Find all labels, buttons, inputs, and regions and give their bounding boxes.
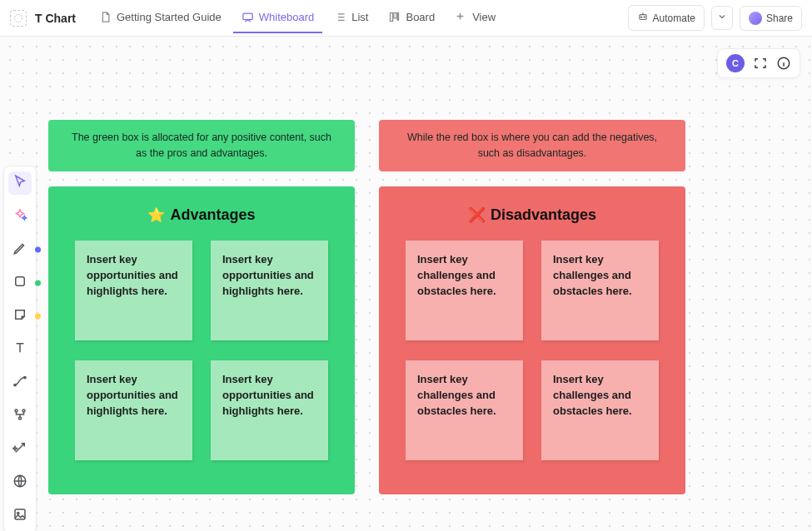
share-button[interactable]: Share (740, 6, 802, 31)
fit-icon[interactable] (753, 56, 768, 71)
svg-rect-16 (15, 509, 25, 519)
automate-dropdown[interactable] (711, 6, 733, 30)
whiteboard-icon (242, 11, 254, 23)
canvas-info-bar: C (717, 48, 800, 78)
text-tool[interactable] (8, 338, 32, 361)
svg-point-7 (644, 17, 645, 17)
image-icon (12, 507, 27, 525)
advantages-panel[interactable]: ⭐Advantages Insert key opportunities and… (48, 186, 355, 494)
tab-list[interactable]: List (326, 2, 376, 33)
stickynote-icon (12, 307, 27, 325)
sticky-note[interactable]: Insert key opportunities and highlights … (75, 360, 192, 460)
disadvantages-title: Disadvantages (491, 206, 596, 223)
ai-tool[interactable] (8, 205, 32, 228)
color-dot-blue[interactable] (35, 247, 41, 253)
svg-rect-3 (394, 13, 396, 18)
sticky-tool[interactable] (8, 305, 32, 328)
svg-point-13 (22, 409, 25, 412)
doc-icon (99, 11, 112, 23)
sticky-note[interactable]: Insert key opportunities and highlights … (75, 241, 192, 340)
topbar-left: T Chart Getting Started Guide Whiteboard… (10, 2, 625, 33)
connector-icon (12, 374, 27, 392)
svg-point-14 (19, 417, 22, 419)
shape-icon (12, 274, 27, 292)
green-description-text: The green box is allocated for any posit… (72, 132, 331, 159)
tab-add-view[interactable]: View (446, 2, 504, 33)
magic-icon (12, 440, 27, 459)
automate-button[interactable]: Automate (628, 5, 705, 31)
cursor-tool[interactable] (8, 171, 32, 195)
disadvantages-title-row: ❌Disadvantages (394, 206, 670, 224)
whiteboard-canvas[interactable]: C (0, 37, 812, 531)
page-title: T Chart (35, 12, 76, 25)
sticky-note[interactable]: Insert key opportunities and highlights … (211, 241, 328, 340)
color-dot-yellow[interactable] (35, 314, 41, 320)
advantages-title-row: ⭐Advantages (63, 206, 340, 224)
tab-getting-started[interactable]: Getting Started Guide (91, 2, 230, 33)
tab-label: Board (406, 11, 435, 23)
sparkle-icon (12, 207, 27, 226)
sticky-note[interactable]: Insert key challenges and obstacles here… (406, 360, 523, 460)
tab-label: List (351, 11, 368, 23)
sticky-note[interactable]: Insert key challenges and obstacles here… (541, 241, 659, 340)
disadvantages-notes-grid: Insert key challenges and obstacles here… (394, 241, 670, 460)
advantages-title: Advantages (170, 206, 255, 223)
text-icon (12, 340, 27, 359)
disadvantages-panel[interactable]: ❌Disadvantages Insert key challenges and… (379, 186, 685, 494)
sticky-note[interactable]: Insert key opportunities and highlights … (211, 360, 328, 460)
automate-label: Automate (653, 12, 695, 24)
color-dot-green[interactable] (35, 280, 41, 286)
svg-point-6 (640, 17, 641, 17)
web-icon (12, 474, 27, 492)
sticky-note[interactable]: Insert key challenges and obstacles here… (541, 360, 659, 460)
svg-rect-1 (243, 13, 252, 20)
magic-tool[interactable] (8, 438, 32, 461)
red-description-text: While the red box is where you can add t… (407, 132, 657, 159)
diagram-icon (12, 407, 27, 425)
list-icon (334, 11, 346, 23)
svg-point-12 (15, 409, 17, 412)
image-tool[interactable] (8, 504, 32, 528)
web-tool[interactable] (8, 471, 32, 494)
green-description-box[interactable]: The green box is allocated for any posit… (48, 120, 355, 171)
tool-dock (3, 166, 37, 531)
pen-tool[interactable] (8, 238, 32, 261)
diagram-tool[interactable] (8, 404, 32, 428)
chevron-down-icon (717, 12, 727, 24)
space-icon[interactable] (10, 10, 27, 27)
svg-rect-9 (16, 277, 25, 286)
pen-icon (12, 241, 27, 259)
tab-label: Whiteboard (259, 11, 314, 23)
share-avatar-icon (749, 12, 762, 25)
plus-icon (455, 11, 467, 23)
svg-point-17 (17, 512, 19, 514)
robot-icon (637, 11, 649, 25)
cursor-icon (12, 174, 27, 192)
svg-point-0 (15, 14, 22, 22)
boardview-icon (388, 11, 401, 23)
tab-board[interactable]: Board (380, 2, 443, 33)
tab-label: View (472, 11, 496, 23)
red-description-box[interactable]: While the red box is where you can add t… (379, 120, 685, 171)
user-avatar[interactable]: C (726, 54, 745, 72)
top-bar: T Chart Getting Started Guide Whiteboard… (0, 0, 812, 37)
tab-label: Getting Started Guide (117, 11, 222, 23)
topbar-right: Automate Share (628, 5, 802, 31)
star-icon: ⭐ (147, 207, 165, 223)
sticky-note[interactable]: Insert key challenges and obstacles here… (406, 241, 523, 340)
cross-icon: ❌ (468, 207, 486, 223)
tab-whiteboard[interactable]: Whiteboard (233, 2, 322, 33)
svg-rect-2 (391, 13, 393, 22)
shape-tool[interactable] (8, 271, 32, 295)
info-icon[interactable] (776, 56, 791, 71)
connector-tool[interactable] (8, 371, 32, 395)
svg-rect-4 (398, 13, 399, 21)
advantages-notes-grid: Insert key opportunities and highlights … (63, 241, 340, 460)
share-label: Share (766, 12, 793, 24)
